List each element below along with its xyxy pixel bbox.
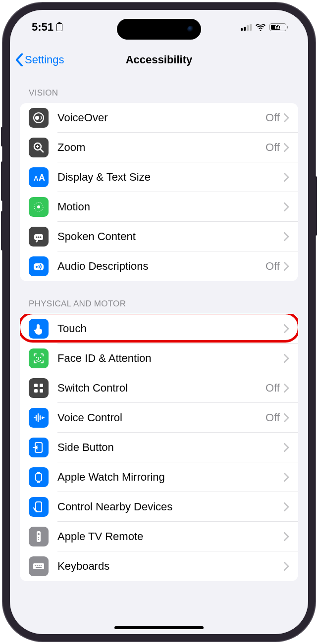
- row-tvremote[interactable]: Apple TV Remote: [20, 522, 298, 551]
- row-label: Control Nearby Devices: [57, 500, 284, 513]
- navigation-bar: Settings Accessibility: [10, 47, 308, 73]
- vision-group: VoiceOverOffZoomOffDisplay & Text SizeMo…: [20, 103, 298, 281]
- row-label: Apple TV Remote: [57, 530, 284, 543]
- sim-icon: [56, 23, 62, 31]
- switch-icon: [29, 378, 49, 398]
- row-spoken[interactable]: Spoken Content: [20, 222, 298, 251]
- chevron-right-icon: [284, 324, 289, 333]
- dynamic-island: [117, 19, 201, 40]
- row-value: Off: [265, 111, 280, 124]
- row-label: Zoom: [57, 141, 265, 154]
- chevron-right-icon: [284, 173, 289, 182]
- row-audiodesc[interactable]: Audio DescriptionsOff: [20, 251, 298, 281]
- row-faceid[interactable]: Face ID & Attention: [20, 344, 298, 373]
- page-title: Accessibility: [126, 53, 193, 66]
- home-indicator[interactable]: [114, 626, 204, 629]
- chevron-right-icon: [284, 562, 289, 571]
- back-button[interactable]: Settings: [15, 53, 64, 66]
- row-switch[interactable]: Switch ControlOff: [20, 373, 298, 403]
- chevron-right-icon: [284, 262, 289, 271]
- chevron-right-icon: [284, 384, 289, 393]
- row-label: Display & Text Size: [57, 171, 284, 184]
- row-value: Off: [265, 411, 280, 424]
- section-header-physical: PHYSICAL AND MOTOR: [20, 281, 298, 314]
- row-value: Off: [265, 382, 280, 395]
- row-zoom[interactable]: ZoomOff: [20, 133, 298, 162]
- volume-up: [1, 161, 3, 201]
- row-label: Motion: [57, 200, 284, 213]
- row-textsize[interactable]: Display & Text Size: [20, 162, 298, 192]
- chevron-left-icon: [15, 53, 24, 66]
- chevron-right-icon: [284, 232, 289, 241]
- row-voiceover[interactable]: VoiceOverOff: [20, 103, 298, 133]
- power-button: [315, 176, 317, 236]
- row-label: Touch: [57, 322, 284, 335]
- content[interactable]: VISION VoiceOverOffZoomOffDisplay & Text…: [10, 73, 308, 634]
- keyboards-icon: [29, 556, 49, 576]
- touch-icon: [29, 319, 49, 339]
- status-time: 5:51: [32, 21, 53, 34]
- row-label: Audio Descriptions: [57, 260, 265, 273]
- row-value: Off: [265, 141, 280, 154]
- row-label: Side Button: [57, 441, 284, 454]
- chevron-right-icon: [284, 202, 289, 211]
- row-label: VoiceOver: [57, 111, 265, 124]
- row-label: Spoken Content: [57, 230, 284, 243]
- screen: 5:51 60 Settings Accessibility VISION Vo…: [10, 10, 308, 634]
- battery-icon: 60: [269, 23, 286, 31]
- iphone-frame: 5:51 60 Settings Accessibility VISION Vo…: [3, 3, 315, 641]
- back-label: Settings: [25, 53, 64, 66]
- physical-group: TouchFace ID & AttentionSwitch ControlOf…: [20, 314, 298, 581]
- cellular-signal-icon: [241, 24, 252, 31]
- nearby-icon: [29, 497, 49, 517]
- row-value: Off: [265, 260, 280, 273]
- row-motion[interactable]: Motion: [20, 192, 298, 222]
- sidebutton-icon: [29, 438, 49, 457]
- chevron-right-icon: [284, 113, 289, 122]
- faceid-icon: [29, 348, 49, 368]
- row-label: Switch Control: [57, 382, 265, 395]
- row-label: Keyboards: [57, 560, 284, 573]
- chevron-right-icon: [284, 532, 289, 541]
- voiceover-icon: [29, 108, 49, 128]
- section-header-vision: VISION: [20, 73, 298, 103]
- row-watchmirror[interactable]: Apple Watch Mirroring: [20, 462, 298, 492]
- wifi-icon: [256, 24, 265, 31]
- textsize-icon: [29, 167, 49, 187]
- volume-down: [1, 211, 3, 250]
- silent-switch: [1, 127, 3, 147]
- chevron-right-icon: [284, 502, 289, 511]
- motion-icon: [29, 197, 49, 217]
- spoken-icon: [29, 227, 49, 247]
- row-keyboards[interactable]: Keyboards: [20, 551, 298, 581]
- zoom-icon: [29, 138, 49, 157]
- voicecontrol-icon: [29, 408, 49, 428]
- row-touch[interactable]: Touch: [20, 314, 298, 344]
- row-label: Voice Control: [57, 411, 265, 424]
- chevron-right-icon: [284, 443, 289, 452]
- row-label: Apple Watch Mirroring: [57, 471, 284, 484]
- audiodesc-icon: [29, 256, 49, 276]
- camera: [187, 26, 194, 33]
- watchmirror-icon: [29, 467, 49, 487]
- chevron-right-icon: [284, 473, 289, 482]
- chevron-right-icon: [284, 413, 289, 422]
- row-label: Face ID & Attention: [57, 352, 284, 365]
- row-voicecontrol[interactable]: Voice ControlOff: [20, 403, 298, 433]
- chevron-right-icon: [284, 143, 289, 152]
- chevron-right-icon: [284, 354, 289, 363]
- tvremote-icon: [29, 527, 49, 546]
- row-sidebutton[interactable]: Side Button: [20, 433, 298, 462]
- row-nearby[interactable]: Control Nearby Devices: [20, 492, 298, 522]
